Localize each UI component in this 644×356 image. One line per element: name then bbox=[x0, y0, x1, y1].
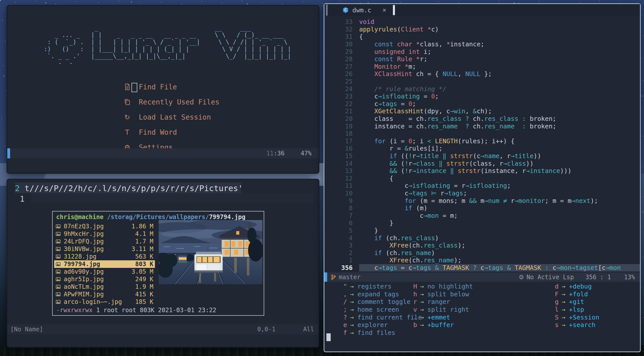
statusline-line: 11 bbox=[266, 150, 274, 157]
image-icon bbox=[56, 246, 64, 252]
arrow-icon: → bbox=[559, 321, 569, 329]
file-row[interactable]: aoNcTLm.jpg1.9 M bbox=[54, 283, 155, 291]
code-line: 6 } bbox=[324, 219, 640, 227]
code-line: 8 if (m) bbox=[324, 204, 640, 212]
menu-item-recently-used-files[interactable]: Recently Used Files bbox=[122, 94, 273, 110]
code-line: 17 for (i = 0; i < LENGTH(rules); i++) { bbox=[324, 137, 640, 145]
line-number: 19 bbox=[324, 123, 359, 130]
line-number: 25 bbox=[324, 78, 359, 85]
file-row[interactable]: ad6v90y.jpg3.05 M bbox=[54, 268, 155, 275]
code-line: 16 r = &rules[i]; bbox=[324, 145, 640, 152]
line-number: 4 bbox=[324, 234, 359, 242]
bufferline: C dwm.c × bbox=[324, 4, 640, 16]
c-language-icon: C bbox=[342, 7, 349, 13]
file-row[interactable]: arco-login—~.jpg185 K bbox=[54, 298, 155, 306]
line-number: 22 bbox=[324, 100, 359, 108]
code-text: { bbox=[359, 174, 640, 182]
lsp-icon: ⚙ bbox=[519, 274, 524, 281]
code-line: 19 instance = ch.res_name ? ch.res_name … bbox=[324, 122, 640, 130]
binding-description: +lsp bbox=[569, 306, 584, 313]
which-key-binding: H→no highlight bbox=[397, 282, 473, 290]
code-line: 11 c→isfloating = r→isfloating; bbox=[324, 182, 640, 190]
file-size: 1.9 M bbox=[135, 283, 153, 290]
statusline-percent: 47% bbox=[301, 150, 312, 157]
line-number: 24 bbox=[324, 85, 359, 93]
code-text: XFree(ch.res_class); bbox=[359, 242, 640, 249]
code-line: 5 } bbox=[324, 227, 640, 234]
file-row-selected[interactable]: 799794.jpg803 K bbox=[54, 260, 155, 268]
binding-description: find files bbox=[357, 329, 395, 336]
code-area[interactable]: 33void32applyrules(Client *c)31{30 const… bbox=[324, 18, 640, 271]
arrow-icon: → bbox=[417, 298, 427, 305]
line-number: 29 bbox=[324, 48, 359, 55]
statusline-mode-block bbox=[324, 272, 327, 282]
image-icon bbox=[56, 239, 64, 244]
image-icon bbox=[56, 292, 64, 297]
binding-key: h bbox=[397, 291, 417, 298]
which-key-binding: d→+debug bbox=[538, 282, 599, 290]
code-text: Monitor *m; bbox=[359, 63, 640, 70]
statusline-column: :36 bbox=[274, 150, 284, 157]
ranger-path-header: chris@machine /storag/Pictures/wallpaper… bbox=[56, 213, 245, 221]
code-line: 15 if ((!r→title ‖ strstr(c→name, r→titl… bbox=[324, 152, 640, 160]
line-number: 5 bbox=[324, 227, 359, 234]
line-number: 2 bbox=[15, 184, 20, 193]
arrow-icon: → bbox=[559, 298, 569, 305]
code-text bbox=[359, 78, 640, 85]
code-text: XClassHint ch = { NULL, NULL }; bbox=[359, 70, 640, 78]
code-line: 20 class = ch.res_class ? ch.res_class :… bbox=[324, 115, 640, 123]
tab-dwm-c[interactable]: C dwm.c × bbox=[342, 6, 386, 14]
menu-item-label: Find Word bbox=[139, 128, 177, 136]
binding-key: s bbox=[538, 321, 559, 329]
line-number: 27 bbox=[324, 63, 359, 70]
arrow-icon: → bbox=[347, 306, 357, 313]
code-text: c→isfloating = 0; bbox=[359, 93, 640, 100]
menu-item-load-last-session[interactable]: ↻Load Last Session bbox=[122, 110, 273, 125]
code-line: 9 for (m = mons; m && m→num ≠ r→monitor;… bbox=[324, 197, 640, 204]
line-number: 13 bbox=[324, 167, 359, 174]
arrow-icon: → bbox=[417, 314, 427, 321]
line-number: 356 bbox=[324, 264, 359, 271]
code-line: 28 const Rule *r; bbox=[324, 55, 640, 63]
code-text: if (ch.res_name) bbox=[359, 249, 640, 257]
file-name: 799794.jpg bbox=[64, 261, 100, 268]
line-number: 6 bbox=[324, 219, 359, 227]
arrow-icon: → bbox=[417, 291, 427, 298]
file-row[interactable]: APwFMIM.jpg415 K bbox=[54, 291, 155, 298]
file-size: 415 K bbox=[135, 291, 153, 298]
binding-key: " bbox=[327, 283, 347, 290]
menu-item-find-file[interactable]: Find File bbox=[122, 79, 273, 94]
code-text: XGetClassHint(dpy, c→win, &ch); bbox=[359, 108, 640, 115]
line-number: 10 bbox=[324, 190, 359, 197]
menu-item-label: Load Last Session bbox=[139, 113, 211, 121]
file-row[interactable]: 30iNVBw.jpg3.11 M bbox=[54, 245, 155, 253]
binding-key: H bbox=[397, 283, 417, 290]
file-row[interactable]: 24LrDFQ.jpg1.7 M bbox=[54, 238, 155, 245]
buffer-line-1: 2 t///s/P//2/h/c/.l/s/n/s/p/p/s/r/r/s/Pi… bbox=[15, 184, 243, 193]
editor-statusline: master ⚙ No Active Lsp 356 : 1 13% bbox=[324, 272, 640, 282]
buffer-name: [No Name] bbox=[7, 326, 43, 333]
file-name: 9hMxcHr.jpg bbox=[64, 230, 104, 237]
code-line-cursor: 356 c→tags = c→tags & TAGMASK ? c→tags &… bbox=[324, 264, 640, 272]
code-line: 7 c→mon = m; bbox=[324, 212, 640, 219]
binding-key: v bbox=[397, 306, 417, 313]
ranger-file-info: -rwxrwxrwx 1 root root 803K 2021-03-01 2… bbox=[56, 307, 216, 314]
which-key-binding: .→+emmet bbox=[397, 313, 473, 321]
cursor-position: 0,0-1 bbox=[257, 326, 275, 333]
arrow-icon: → bbox=[559, 306, 569, 313]
binding-description: home screen bbox=[357, 306, 399, 313]
menu-item-label: Find File bbox=[139, 83, 177, 91]
code-text: if (ch.res_class) bbox=[359, 234, 640, 242]
buffer-line-2: 1 bbox=[15, 194, 25, 204]
file-size: 4.1 M bbox=[135, 230, 153, 237]
code-text: c→isfloating = r→isfloating; bbox=[359, 182, 640, 190]
file-row[interactable]: 07nEzQ3.jpg1.86 M bbox=[54, 223, 155, 230]
close-icon[interactable]: × bbox=[382, 6, 386, 14]
binding-description: +buffer bbox=[427, 321, 454, 329]
menu-item-find-word[interactable]: TFind Word bbox=[122, 125, 273, 140]
file-row[interactable]: 9hMxcHr.jpg4.1 M bbox=[54, 230, 155, 238]
file-row[interactable]: aghr5Ip.jpg249 K bbox=[54, 275, 155, 283]
code-text: c→tags = c→tags & TAGMASK ? c→tags & TAG… bbox=[359, 264, 640, 272]
file-row[interactable]: 31228.jpg563 K bbox=[54, 253, 155, 260]
code-text: r = &rules[i]; bbox=[359, 145, 640, 152]
